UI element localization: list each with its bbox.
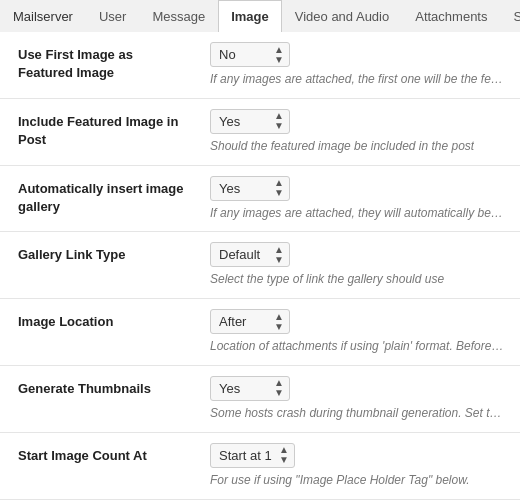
row-gallery-link-type: Gallery Link TypeDefaultFilePostNone▲▼Se… (0, 232, 520, 299)
select-wrapper-generate-thumbnails: NoYes▲▼ (210, 376, 290, 401)
label-start-image-count: Start Image Count At (0, 432, 200, 499)
control-image-location: BeforeAfter▲▼Location of attachments if … (200, 299, 520, 366)
description-gallery-link-type: Select the type of link the gallery shou… (210, 271, 444, 288)
label-gallery-link-type: Gallery Link Type (0, 232, 200, 299)
tab-video-and-audio[interactable]: Video and Audio (282, 0, 402, 32)
select-use-first-image[interactable]: NoYes (210, 42, 290, 67)
description-use-first-image: If any images are attached, the first on… (210, 71, 505, 88)
select-wrapper-include-featured-image: NoYes▲▼ (210, 109, 290, 134)
label-include-featured-image: Include Featured Image in Post (0, 98, 200, 165)
select-gallery-link-type[interactable]: DefaultFilePostNone (210, 242, 290, 267)
description-include-featured-image: Should the featured image be included in… (210, 138, 474, 155)
row-use-first-image: Use First Image as Featured ImageNoYes▲▼… (0, 32, 520, 98)
tab-mailserver[interactable]: Mailserver (0, 0, 86, 32)
tab-support[interactable]: Support (500, 0, 520, 32)
description-start-image-count: For use if using "Image Place Holder Tag… (210, 472, 470, 489)
row-image-location: Image LocationBeforeAfter▲▼Location of a… (0, 299, 520, 366)
select-wrapper-gallery-link-type: DefaultFilePostNone▲▼ (210, 242, 290, 267)
select-include-featured-image[interactable]: NoYes (210, 109, 290, 134)
control-include-featured-image: NoYes▲▼Should the featured image be incl… (200, 98, 520, 165)
select-wrapper-auto-insert-gallery: NoYes▲▼ (210, 176, 290, 201)
control-use-first-image: NoYes▲▼If any images are attached, the f… (200, 32, 520, 98)
settings-table: Use First Image as Featured ImageNoYes▲▼… (0, 32, 520, 501)
tab-attachments[interactable]: Attachments (402, 0, 500, 32)
control-gallery-link-type: DefaultFilePostNone▲▼Select the type of … (200, 232, 520, 299)
control-auto-insert-gallery: NoYes▲▼If any images are attached, they … (200, 165, 520, 232)
select-wrapper-start-image-count: Start at 0Start at 1▲▼ (210, 443, 295, 468)
select-wrapper-use-first-image: NoYes▲▼ (210, 42, 290, 67)
row-generate-thumbnails: Generate ThumbnailsNoYes▲▼Some hosts cra… (0, 365, 520, 432)
select-wrapper-image-location: BeforeAfter▲▼ (210, 309, 290, 334)
description-generate-thumbnails: Some hosts crash during thumbnail genera… (210, 405, 505, 422)
tab-bar: MailserverUserMessageImageVideo and Audi… (0, 0, 520, 32)
control-generate-thumbnails: NoYes▲▼Some hosts crash during thumbnail… (200, 365, 520, 432)
select-auto-insert-gallery[interactable]: NoYes (210, 176, 290, 201)
select-generate-thumbnails[interactable]: NoYes (210, 376, 290, 401)
description-image-location: Location of attachments if using 'plain'… (210, 338, 505, 355)
select-image-location[interactable]: BeforeAfter (210, 309, 290, 334)
row-auto-insert-gallery: Automatically insert image galleryNoYes▲… (0, 165, 520, 232)
label-use-first-image: Use First Image as Featured Image (0, 32, 200, 98)
description-auto-insert-gallery: If any images are attached, they will au… (210, 205, 505, 222)
row-start-image-count: Start Image Count AtStart at 0Start at 1… (0, 432, 520, 499)
label-auto-insert-gallery: Automatically insert image gallery (0, 165, 200, 232)
tab-message[interactable]: Message (139, 0, 218, 32)
select-start-image-count[interactable]: Start at 0Start at 1 (210, 443, 295, 468)
tab-user[interactable]: User (86, 0, 139, 32)
label-image-location: Image Location (0, 299, 200, 366)
row-include-featured-image: Include Featured Image in PostNoYes▲▼Sho… (0, 98, 520, 165)
tab-image[interactable]: Image (218, 0, 282, 32)
control-start-image-count: Start at 0Start at 1▲▼For use if using "… (200, 432, 520, 499)
label-generate-thumbnails: Generate Thumbnails (0, 365, 200, 432)
